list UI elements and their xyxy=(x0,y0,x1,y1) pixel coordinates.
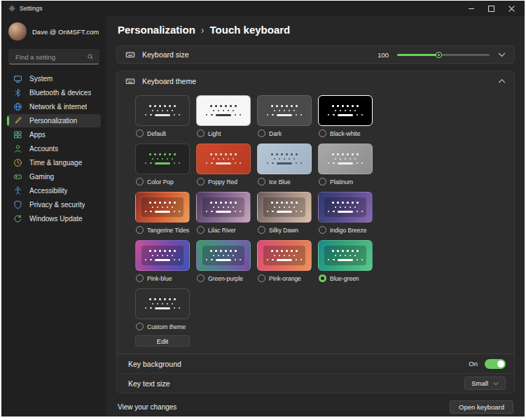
open-keyboard-button[interactable]: Open keyboard xyxy=(450,400,513,414)
theme-option-silky-dawn[interactable]: Silky Dawn xyxy=(257,192,312,234)
maximize-button[interactable] xyxy=(488,6,494,12)
theme-thumbnail[interactable] xyxy=(135,288,190,319)
theme-option-color-pop[interactable]: Color Pop xyxy=(135,144,190,186)
theme-thumbnail[interactable] xyxy=(196,95,251,126)
theme-thumbnail[interactable] xyxy=(135,144,190,174)
theme-thumbnail[interactable] xyxy=(196,144,251,174)
theme-radio[interactable] xyxy=(197,226,205,234)
theme-option-lilac-river[interactable]: Lilac River xyxy=(196,192,251,234)
personalization-icon xyxy=(13,116,22,125)
theme-radio[interactable] xyxy=(136,323,144,330)
user-account[interactable]: Dave @ OnMSFT.com xyxy=(7,19,101,44)
slider-thumb[interactable] xyxy=(436,52,442,58)
sidebar-item-label: System xyxy=(29,75,53,83)
theme-option-poppy-red[interactable]: Poppy Red xyxy=(196,144,251,186)
theme-option-dark[interactable]: Dark xyxy=(257,95,312,137)
search-icon xyxy=(87,53,94,60)
titlebar: Settings xyxy=(1,1,525,16)
chevron-down-icon[interactable] xyxy=(498,52,506,57)
sidebar-item-bluetooth-devices[interactable]: Bluetooth & devices xyxy=(7,86,101,99)
keyboard-size-slider[interactable] xyxy=(397,50,490,59)
edit-theme-button[interactable]: Edit xyxy=(135,335,190,346)
theme-radio[interactable] xyxy=(319,178,326,186)
theme-thumbnail[interactable] xyxy=(196,192,251,223)
close-button[interactable] xyxy=(508,6,515,12)
minimize-button[interactable] xyxy=(469,8,474,9)
sidebar-item-network-internet[interactable]: Network & internet xyxy=(7,100,101,113)
breadcrumb-root[interactable]: Personalization xyxy=(118,24,195,36)
sidebar-item-label: Accessibility xyxy=(29,187,67,195)
sidebar-item-label: Windows Update xyxy=(29,215,83,223)
theme-label: Indigo Breeze xyxy=(330,227,366,234)
theme-option-pink-orange[interactable]: Pink-orange xyxy=(257,240,312,282)
theme-thumbnail[interactable] xyxy=(135,95,190,126)
theme-radio[interactable] xyxy=(136,226,144,234)
sidebar-item-accessibility[interactable]: Accessibility xyxy=(7,184,101,197)
theme-radio[interactable] xyxy=(197,178,205,186)
theme-option-indigo-breeze[interactable]: Indigo Breeze xyxy=(318,192,373,234)
theme-radio[interactable] xyxy=(136,178,144,186)
sidebar-item-windows-update[interactable]: Windows Update xyxy=(7,212,101,225)
theme-radio[interactable] xyxy=(319,274,326,282)
sidebar-item-apps[interactable]: Apps xyxy=(7,128,101,141)
search-box[interactable] xyxy=(8,49,99,64)
accounts-icon xyxy=(13,144,22,153)
theme-option-tangerine-tides[interactable]: Tangerine Tides xyxy=(135,192,190,234)
user-name: Dave @ OnMSFT.com xyxy=(32,28,99,36)
gear-icon xyxy=(8,5,15,12)
search-input[interactable] xyxy=(14,52,87,62)
theme-thumbnail[interactable] xyxy=(257,192,312,223)
sidebar: Dave @ OnMSFT.com SystemBluetooth & devi… xyxy=(1,16,106,416)
theme-thumbnail[interactable] xyxy=(196,240,251,271)
theme-radio[interactable] xyxy=(319,226,326,234)
theme-option-blue-green[interactable]: Blue-green xyxy=(318,240,373,282)
theme-thumbnail[interactable] xyxy=(135,192,190,223)
keyboard-size-card[interactable]: Keyboard size 100 xyxy=(116,46,515,64)
keyboard-theme-header[interactable]: Keyboard theme xyxy=(117,71,514,91)
sidebar-item-gaming[interactable]: Gaming xyxy=(7,170,101,183)
theme-radio[interactable] xyxy=(136,130,144,137)
theme-radio[interactable] xyxy=(319,130,326,137)
theme-thumbnail[interactable] xyxy=(257,240,312,271)
sidebar-item-system[interactable]: System xyxy=(7,72,101,85)
theme-thumbnail[interactable] xyxy=(257,95,312,126)
theme-thumbnail[interactable] xyxy=(318,144,373,174)
system-icon xyxy=(13,74,22,83)
theme-option-custom-theme[interactable]: Custom theme xyxy=(135,288,190,330)
sidebar-item-label: Apps xyxy=(29,131,46,139)
theme-radio[interactable] xyxy=(197,274,205,282)
theme-option-ice-blue[interactable]: Ice Blue xyxy=(257,144,312,186)
theme-option-pink-blue[interactable]: Pink-blue xyxy=(135,240,190,282)
theme-thumbnail[interactable] xyxy=(135,240,190,271)
theme-option-platinum[interactable]: Platinum xyxy=(318,144,373,186)
theme-thumbnail[interactable] xyxy=(257,144,312,174)
key-background-toggle[interactable] xyxy=(485,359,506,369)
footer-row: View your changes Open keyboard xyxy=(116,400,515,414)
chevron-up-icon[interactable] xyxy=(498,78,506,84)
theme-thumbnail[interactable] xyxy=(318,192,373,223)
key-text-size-dropdown[interactable]: Small xyxy=(464,377,506,390)
sidebar-item-personalization[interactable]: Personalization xyxy=(7,114,101,127)
theme-radio[interactable] xyxy=(258,178,265,186)
theme-thumbnail[interactable] xyxy=(318,240,373,271)
time-icon xyxy=(13,158,22,167)
theme-label: Silky Dawn xyxy=(269,227,298,234)
sidebar-item-time-language[interactable]: Time & language xyxy=(7,156,101,169)
theme-option-light[interactable]: Light xyxy=(196,95,251,137)
sidebar-item-privacy-security[interactable]: Privacy & security xyxy=(7,198,101,211)
sidebar-item-accounts[interactable]: Accounts xyxy=(7,142,101,155)
theme-label: Blue-green xyxy=(330,275,359,282)
theme-radio[interactable] xyxy=(258,226,265,234)
theme-option-default[interactable]: Default xyxy=(135,95,190,137)
theme-radio[interactable] xyxy=(258,274,265,282)
page-title: Touch keyboard xyxy=(210,24,291,36)
gaming-icon xyxy=(13,172,22,181)
theme-radio[interactable] xyxy=(136,274,144,282)
breadcrumb-separator-icon: › xyxy=(201,24,205,36)
theme-thumbnail[interactable] xyxy=(318,95,373,126)
theme-option-green-purple[interactable]: Green-purple xyxy=(196,240,251,282)
theme-option-black-white[interactable]: Black-white xyxy=(318,95,373,137)
theme-radio[interactable] xyxy=(197,130,205,137)
theme-radio[interactable] xyxy=(258,130,265,137)
theme-label: Pink-orange xyxy=(269,275,301,282)
